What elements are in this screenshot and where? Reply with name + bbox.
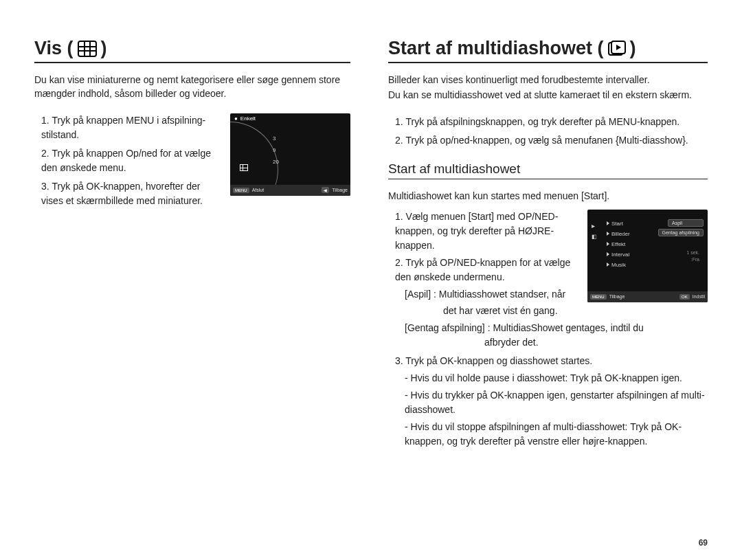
menu-interval: Interval — [607, 251, 630, 258]
right-body-bottom: det har været vist én gang. [Gentag afsp… — [388, 304, 708, 449]
menu-effekt: Effekt — [607, 241, 630, 247]
left-icon-strip: ▸ ◧ — [592, 222, 597, 240]
menu-list: Start Billeder Effekt Interval Musik — [607, 221, 630, 268]
play-small-icon: ▸ — [592, 222, 597, 229]
pre-step-2: Tryk på op/ned-knappen, og vælg så menuf… — [395, 133, 708, 148]
step3-b1: - Hvis du vil holde pause i diasshowet: … — [395, 371, 708, 385]
menu-btn-icon: MENU — [233, 188, 249, 193]
pill-aspil: Aspil — [668, 219, 704, 227]
afslut-label: Afslut — [252, 188, 265, 192]
square-icon: ◧ — [592, 234, 597, 240]
right-content-row: 1. Vælg menuen [Start] med OP/NED-knappe… — [388, 210, 708, 302]
aspil-line1: [Aspil] : Multidiasshowet standser, når — [395, 287, 575, 302]
tilbage-label: Tilbage — [332, 188, 348, 192]
left-column: Vis ( ) Du kan vise miniaturerne og nemt… — [34, 38, 350, 539]
sub-intro: Multidiashowet kan kun startes med menue… — [388, 189, 708, 203]
tilbage-label-2: Tilbage — [609, 294, 625, 299]
grid-small-icon — [240, 164, 248, 171]
step3: 3. Tryk på OK-knappen og diasshowet star… — [395, 354, 708, 368]
intro-right-2: Du kan se multidiasshowet ved at slutte … — [388, 88, 708, 102]
heading-multidias-close: ) — [630, 38, 636, 59]
step1: 1. Vælg menuen [Start] med OP/NED-knappe… — [395, 210, 575, 253]
dot-icon: ● — [234, 115, 238, 122]
left-step-1: Tryk på knappen MENU i afspilning-stilst… — [41, 113, 218, 142]
screenshot-top-label: ● Enkelt — [234, 115, 256, 122]
screenshot-bottom-bar: MENU Afslut ◀ Tilbage — [230, 185, 350, 196]
right-column: Start af multidiashowet ( ) Billeder kan… — [388, 38, 708, 539]
screenshot2-bottom-bar: MENU Tilbage OK Indstil — [587, 291, 708, 302]
heading-multidias-text: Start af multidiashowet ( — [388, 38, 604, 59]
heading-vis-close: ) — [101, 38, 107, 59]
indstil-label: Indstil — [693, 294, 705, 299]
intro-right-1: Billeder kan vises kontinuerligt med for… — [388, 73, 708, 87]
menu-musik: Musik — [607, 262, 630, 268]
val-musik: :Fra — [691, 257, 704, 262]
step3-b2: - Hvis du trykker på OK-knappen igen, ge… — [395, 388, 708, 417]
gentag-line1: [Gentag afspilning] : MultidiasShowet ge… — [395, 321, 708, 335]
left-step-3: Tryk på OK-knappen, hvorefter der vises … — [41, 179, 218, 208]
arc-values: 3 9 20 — [273, 135, 279, 165]
menu-billeder: Billeder — [607, 231, 630, 237]
right-pre-steps: Tryk på afspilningsknappen, og tryk dere… — [388, 115, 708, 148]
heading-vis: Vis ( ) — [34, 38, 350, 63]
page-number: 69 — [699, 538, 708, 548]
pre-step-1: Tryk på afspilningsknappen, og tryk dere… — [395, 115, 708, 129]
menu-btn-icon-2: MENU — [590, 294, 607, 300]
gentag-line2: afbryder det. — [395, 335, 708, 350]
left-step-2: Tryk på knappen Op/ned for at vælge den … — [41, 146, 218, 175]
left-content-row: Tryk på knappen MENU i afspilning-stilst… — [34, 113, 350, 212]
pill-gentag: Gentag afspilning — [658, 229, 704, 236]
svg-rect-0 — [78, 41, 96, 56]
heading-multidias: Start af multidiashowet ( ) — [388, 38, 708, 63]
slideshow-icon — [608, 41, 626, 57]
back-btn-icon: ◀ — [322, 187, 329, 193]
intro-left: Du kan vise miniaturerne og nemt kategor… — [34, 73, 350, 101]
left-steps: Tryk på knappen MENU i afspilning-stilst… — [34, 113, 218, 212]
step2: 2. Tryk på OP/NED-knappen for at vælge d… — [395, 256, 575, 284]
subtitle: Start af multidiashowet — [388, 161, 708, 179]
right-body-top: 1. Vælg menuen [Start] med OP/NED-knappe… — [388, 210, 575, 302]
menu-start: Start — [607, 221, 630, 227]
camera-screenshot-slideshow: ▸ ◧ Start Billeder Effekt Interval Musik… — [587, 210, 708, 302]
grid-icon — [78, 41, 97, 57]
heading-vis-text: Vis ( — [34, 38, 74, 59]
step3-b3: - Hvis du vil stoppe afspilningen af mul… — [395, 420, 708, 449]
aspil-line2: det har været vist én gang. — [395, 304, 708, 318]
menu-right-values: Aspil Gentag afspilning 1 sek. :Fra — [658, 219, 704, 262]
ok-btn-icon: OK — [679, 294, 690, 300]
val-interval: 1 sek. — [686, 250, 704, 255]
camera-screenshot-vis: ● Enkelt 3 9 20 MENU Afslut ◀ Tilbage — [230, 113, 350, 196]
